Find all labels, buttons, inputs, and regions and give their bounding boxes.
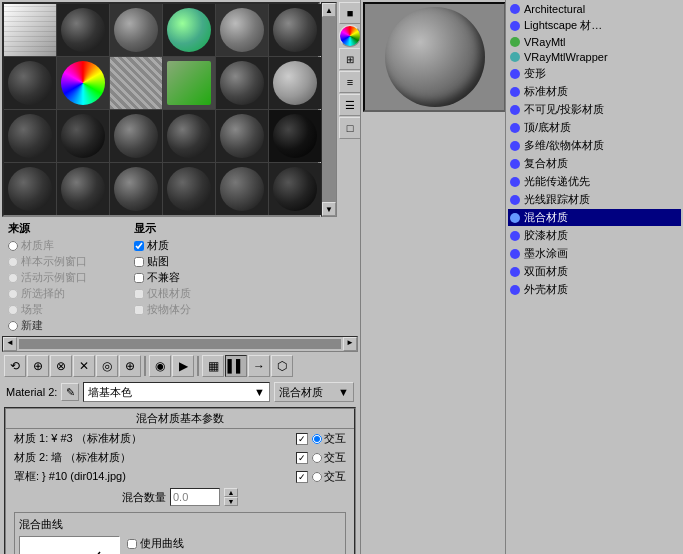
mat-label: Architectural	[524, 3, 585, 15]
list-btn[interactable]: ≡	[339, 71, 361, 93]
use-curve-row[interactable]: 使用曲线	[127, 536, 224, 551]
scroll-right-btn[interactable]: ►	[343, 337, 357, 351]
source-label: 来源	[8, 221, 122, 236]
thumbnail-cell[interactable]	[57, 4, 109, 56]
mat-item-vray[interactable]: VRayMtl	[508, 35, 681, 49]
thumbnail-cell[interactable]	[4, 57, 56, 109]
thumbnail-cell[interactable]	[4, 163, 56, 215]
thumbnail-cell[interactable]	[110, 57, 162, 109]
mat-item-raytrace[interactable]: 光线跟踪材质	[508, 191, 681, 208]
mat-item-shellac[interactable]: 胶漆材质	[508, 227, 681, 244]
thumbnail-cell[interactable]	[110, 4, 162, 56]
thumbnail-cell[interactable]	[163, 110, 215, 162]
show-incompatible-check[interactable]: 不兼容	[134, 270, 191, 285]
source-library-option[interactable]: 材质库	[8, 238, 122, 253]
thumbnail-cell[interactable]	[216, 4, 268, 56]
mat-item-multi[interactable]: 多维/欲物体材质	[508, 137, 681, 154]
thumbnail-cell[interactable]	[4, 4, 56, 56]
mat-item-shell[interactable]: 外壳材质	[508, 281, 681, 298]
show-material-check[interactable]: 材质	[134, 238, 191, 253]
delete-btn[interactable]: ✕	[73, 355, 95, 377]
blend-input[interactable]	[170, 488, 220, 506]
show-map-check[interactable]: 贴图	[134, 254, 191, 269]
thumbnail-cell[interactable]	[216, 110, 268, 162]
right-panel: Architectural Lightscape 材… VRayMtl VRay…	[505, 0, 683, 554]
thumbnail-cell[interactable]	[269, 163, 321, 215]
thumbnail-cell[interactable]	[110, 110, 162, 162]
mat-label: 光线跟踪材质	[524, 192, 590, 207]
color-wheel-btn[interactable]	[339, 25, 361, 47]
thumbnail-cell[interactable]	[57, 163, 109, 215]
material-label: Material 2:	[6, 386, 57, 398]
view2-btn[interactable]: ▌▌	[225, 355, 247, 377]
thumbnail-cell[interactable]	[163, 163, 215, 215]
put-material-btn[interactable]: ⊕	[27, 355, 49, 377]
misc-btn[interactable]: ⬡	[271, 355, 293, 377]
thumbnail-cell[interactable]	[110, 163, 162, 215]
material2-radio[interactable]: 交互	[312, 450, 346, 465]
mat-item-blend[interactable]: 混合材质	[508, 209, 681, 226]
thumbnail-cell[interactable]	[216, 163, 268, 215]
eyedropper-btn[interactable]: ✎	[61, 383, 79, 401]
mat-item-vray-wrapper[interactable]: VRayMtlWrapper	[508, 50, 681, 64]
mat-label: 不可见/投影材质	[524, 102, 604, 117]
get-material-btn[interactable]: ⟲	[4, 355, 26, 377]
mask-checkbox[interactable]: ✓	[296, 471, 308, 483]
copy-btn[interactable]: ⊗	[50, 355, 72, 377]
material1-radio[interactable]: 交互	[312, 431, 346, 446]
blend-up-btn[interactable]: ▲	[224, 488, 238, 497]
scroll-up-btn[interactable]: ▲	[322, 3, 336, 17]
grid-btn[interactable]: ⊞	[339, 48, 361, 70]
nav-btn[interactable]: ◉	[149, 355, 171, 377]
source-show-container: 来源 材质库 样本示例窗口 活动示例窗口 所选择的 场	[0, 219, 360, 335]
name-dropdown-arrow[interactable]: ▼	[254, 386, 265, 398]
material2-checkbox[interactable]: ✓	[296, 452, 308, 464]
blend-down-btn[interactable]: ▼	[224, 497, 238, 506]
vertical-scrollbar[interactable]: ▲ ▼	[321, 2, 337, 217]
mat-dot	[510, 141, 520, 151]
thumbnail-cell[interactable]	[163, 57, 215, 109]
type-dropdown-arrow[interactable]: ▼	[338, 386, 349, 398]
mat-item-light-priority[interactable]: 光能传递优先	[508, 173, 681, 190]
scroll-left-btn[interactable]: ◄	[3, 337, 17, 351]
name-dropdown[interactable]: 墙基本色 ▼	[83, 382, 270, 402]
thumbnail-cell[interactable]	[269, 110, 321, 162]
scroll-down-btn[interactable]: ▼	[322, 202, 336, 216]
assign-btn[interactable]: ◎	[96, 355, 118, 377]
mat-dot	[510, 213, 520, 223]
mat-label: Lightscape 材…	[524, 18, 602, 33]
color-swatch-btn[interactable]: ■	[339, 2, 361, 24]
view3-btn[interactable]: →	[248, 355, 270, 377]
mat-item-ink[interactable]: 墨水涂画	[508, 245, 681, 262]
mat-dot	[510, 21, 520, 31]
reset-btn[interactable]: ⊕	[119, 355, 141, 377]
source-new-option[interactable]: 新建	[8, 318, 122, 333]
horizontal-scrollbar[interactable]: ◄ ►	[2, 336, 358, 352]
thumbnail-cell[interactable]	[269, 57, 321, 109]
thumbnail-cell[interactable]	[163, 4, 215, 56]
mat-item-double-sided[interactable]: 双面材质	[508, 263, 681, 280]
curve-canvas[interactable]	[19, 536, 119, 554]
type-dropdown[interactable]: 混合材质 ▼	[274, 382, 354, 402]
large-view-btn[interactable]: □	[339, 117, 361, 139]
view-btn[interactable]: ▦	[202, 355, 224, 377]
mat-item-top-bottom[interactable]: 顶/底材质	[508, 119, 681, 136]
details-btn[interactable]: ☰	[339, 94, 361, 116]
mat-item-architectural[interactable]: Architectural	[508, 2, 681, 16]
material1-checkbox[interactable]: ✓	[296, 433, 308, 445]
mask-radio[interactable]: 交互	[312, 469, 346, 484]
side-toolbar: ■ ⊞ ≡ ☰ □	[339, 2, 361, 217]
show-object-check: 按物体分	[134, 302, 191, 317]
mat-item-standard[interactable]: 标准材质	[508, 83, 681, 100]
thumbnail-cell[interactable]	[269, 4, 321, 56]
mat-item-lightscape[interactable]: Lightscape 材…	[508, 17, 681, 34]
mat-item-morph[interactable]: 变形	[508, 65, 681, 82]
nav2-btn[interactable]: ▶	[172, 355, 194, 377]
thumbnail-cell[interactable]	[216, 57, 268, 109]
thumbnail-cell[interactable]	[57, 110, 109, 162]
thumbnail-cell[interactable]	[57, 57, 109, 109]
thumbnail-cell[interactable]	[4, 110, 56, 162]
mat-label: 外壳材质	[524, 282, 568, 297]
mat-item-composite[interactable]: 复合材质	[508, 155, 681, 172]
mat-item-invisible[interactable]: 不可见/投影材质	[508, 101, 681, 118]
